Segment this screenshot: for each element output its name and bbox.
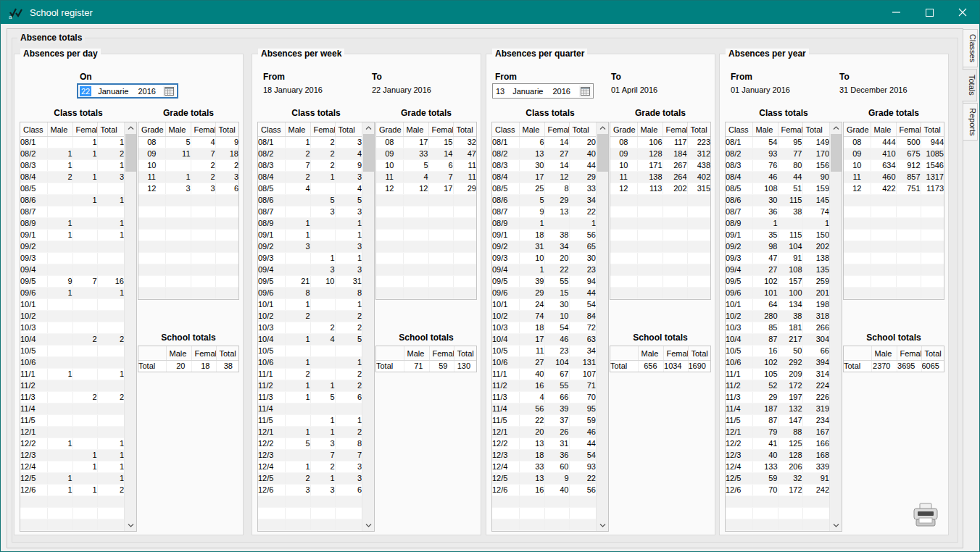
table-row[interactable] [844, 276, 944, 288]
table-row[interactable]: 08/525833 [492, 183, 596, 195]
table-row[interactable]: 08106117223 [610, 137, 710, 149]
grade-totals-table-grid[interactable]: GradeMaleFemaleTotal08549091171810221112… [138, 122, 238, 299]
table-row[interactable] [844, 241, 944, 253]
table-row[interactable]: 12/5593291 [726, 473, 829, 485]
table-row[interactable]: 12/1112 [258, 427, 362, 438]
column-header[interactable]: Female [310, 122, 335, 137]
table-row[interactable] [610, 241, 710, 253]
table-row[interactable]: 09/111 [258, 230, 362, 241]
table-row[interactable]: 10/2 [20, 311, 124, 322]
table-row[interactable]: 08/911 [20, 218, 124, 230]
table-row[interactable]: 09128184312 [610, 149, 710, 160]
tab-reports[interactable]: Reports [963, 103, 978, 141]
table-row[interactable]: 11/2112 [258, 380, 362, 392]
column-header[interactable]: Female [72, 122, 97, 137]
calendar-icon-button[interactable] [579, 85, 591, 97]
column-header[interactable]: Total [921, 122, 944, 137]
table-row[interactable] [138, 206, 238, 218]
maximize-button[interactable] [913, 1, 946, 24]
table-row[interactable]: 08/4171229 [492, 172, 596, 183]
table-row[interactable]: 10/4145 [258, 334, 362, 346]
grade-totals-table-grid[interactable]: GradeMaleFemaleTotal08444500944094106751… [844, 122, 944, 299]
column-header[interactable]: Total [802, 122, 829, 137]
table-row[interactable]: 094106751085 [844, 149, 944, 160]
table-row[interactable]: Total65610341690 [610, 361, 710, 372]
scrollbar-thumb[interactable] [125, 134, 136, 172]
table-row[interactable]: 09/433 [258, 264, 362, 276]
table-row[interactable]: 11/329197226 [726, 392, 829, 403]
table-row[interactable]: 08/791322 [492, 206, 596, 218]
table-row[interactable]: 12/670172242 [726, 485, 829, 496]
table-row[interactable]: 10/1 [20, 299, 124, 311]
class-totals-table-grid[interactable]: ClassMaleFemaleTotal08/11108/211208/3110… [20, 122, 124, 531]
column-header[interactable]: Total [216, 346, 238, 361]
table-row[interactable]: 08/544 [258, 183, 362, 195]
table-row[interactable]: 11/122 [258, 369, 362, 380]
table-row[interactable]: 08/3301444 [492, 160, 596, 172]
table-row[interactable]: 08/911 [726, 218, 829, 230]
table-row[interactable] [610, 253, 710, 264]
column-header[interactable]: Total [335, 122, 362, 137]
table-row[interactable]: Total7159130 [376, 361, 476, 372]
scroll-down-button[interactable] [362, 519, 374, 531]
table-row[interactable] [610, 195, 710, 206]
school-totals-table-grid[interactable]: MaleFemaleTotalTotal65610341690 [610, 346, 710, 372]
table-row[interactable]: 11/346670 [492, 392, 596, 403]
table-row[interactable] [376, 218, 476, 230]
column-header[interactable]: Female [663, 122, 687, 137]
table-row[interactable]: 08444500944 [844, 137, 944, 149]
table-row[interactable] [376, 206, 476, 218]
table-row[interactable]: 12/6336 [258, 485, 362, 496]
table-row[interactable]: 12/2133144 [492, 438, 596, 450]
table-row[interactable]: 12113202315 [610, 183, 710, 195]
table-row[interactable] [844, 264, 944, 276]
column-header[interactable]: Male [752, 122, 778, 137]
column-header[interactable]: Total [921, 346, 944, 361]
table-row[interactable]: 10/5 [258, 346, 362, 357]
table-row[interactable]: 08/29377170 [726, 149, 829, 160]
column-header[interactable]: Male [285, 122, 310, 137]
table-row[interactable] [610, 218, 710, 230]
table-row[interactable] [726, 496, 829, 508]
table-row[interactable] [492, 519, 596, 531]
table-row[interactable]: 114608571317 [844, 172, 944, 183]
column-header[interactable]: Total [215, 122, 238, 137]
table-row[interactable] [138, 276, 238, 288]
column-header[interactable]: Grade [376, 122, 403, 137]
table-row[interactable]: 0911718 [138, 149, 238, 160]
table-row[interactable] [844, 288, 944, 299]
print-button[interactable] [910, 502, 942, 531]
table-row[interactable]: 08/911 [492, 218, 596, 230]
table-row[interactable]: 10/487217304 [726, 334, 829, 346]
table-row[interactable]: 12/2538 [258, 438, 362, 450]
table-row[interactable]: 08/111 [20, 137, 124, 149]
table-row[interactable] [138, 218, 238, 230]
table-row[interactable] [726, 508, 829, 519]
scroll-down-button[interactable] [597, 519, 608, 531]
table-row[interactable]: 10/5112334 [492, 346, 596, 357]
table-row[interactable]: 09/3102030 [492, 253, 596, 264]
table-row[interactable]: 08/4464490 [726, 172, 829, 183]
scrollbar-thumb[interactable] [831, 134, 842, 172]
table-row[interactable]: 08549 [138, 137, 238, 149]
table-row[interactable] [376, 253, 476, 264]
column-header[interactable]: Female [429, 346, 454, 361]
table-row[interactable]: 11/511 [258, 415, 362, 427]
column-header[interactable]: Total [687, 122, 710, 137]
table-row[interactable]: 11/252172224 [726, 380, 829, 392]
vertical-scrollbar[interactable] [362, 122, 374, 531]
table-row[interactable]: 10/385181266 [726, 322, 829, 334]
column-header[interactable]: Female [191, 346, 216, 361]
column-header[interactable]: Total [688, 346, 710, 361]
table-row[interactable]: 08/510851159 [726, 183, 829, 195]
table-row[interactable]: 12/513922 [492, 473, 596, 485]
vertical-scrollbar[interactable] [124, 122, 136, 531]
table-row[interactable]: 12/211 [20, 438, 124, 450]
table-row[interactable]: 105611 [376, 160, 476, 172]
picker-month-segment[interactable]: Januarie [96, 86, 130, 96]
table-row[interactable]: 08/911 [258, 218, 362, 230]
table-row[interactable]: 09/34791138 [726, 253, 829, 264]
column-header[interactable] [138, 346, 166, 361]
table-row[interactable] [258, 496, 362, 508]
school-totals-table-grid[interactable]: MaleFemaleTotalTotal7159130 [376, 346, 476, 372]
